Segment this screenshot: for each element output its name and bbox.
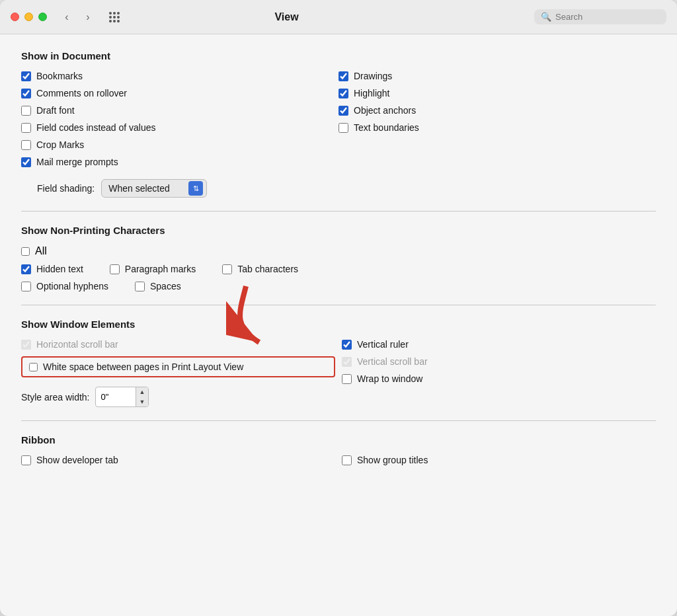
grid-icon[interactable]	[105, 8, 124, 26]
divider-3	[21, 420, 656, 421]
all-chars-label: All	[35, 245, 47, 257]
window-elements-left: Horizontal scroll bar White space betwee…	[21, 339, 335, 407]
wrap-to-window-label: Wrap to window	[357, 373, 422, 384]
highlight-checkbox[interactable]	[338, 89, 348, 98]
wrap-to-window-checkbox[interactable]	[342, 374, 352, 384]
vertical-scroll-label: Vertical scroll bar	[357, 356, 428, 367]
text-boundaries-item[interactable]: Text boundaries	[338, 122, 656, 133]
highlight-item[interactable]: Highlight	[338, 88, 656, 98]
ribbon-section: Ribbon Show developer tab Show group tit…	[21, 434, 656, 465]
style-area-input[interactable]	[96, 390, 136, 404]
vertical-ruler-item[interactable]: Vertical ruler	[342, 339, 656, 350]
hidden-text-label: Hidden text	[36, 264, 83, 274]
tab-characters-checkbox[interactable]	[222, 264, 232, 274]
field-shading-select[interactable]: Always When selected Never	[101, 179, 207, 198]
show-in-document-grid: Bookmarks Comments on rollover Draft fon…	[21, 71, 656, 198]
white-space-label: White space between pages in Print Layou…	[43, 362, 243, 372]
style-area-input-group[interactable]: ▲ ▼	[95, 387, 149, 407]
tab-characters-label: Tab characters	[237, 264, 298, 274]
minimize-button[interactable]	[24, 13, 33, 21]
back-button[interactable]: ‹	[58, 8, 76, 26]
show-in-document-left: Bookmarks Comments on rollover Draft fon…	[21, 71, 338, 198]
developer-tab-checkbox[interactable]	[21, 455, 31, 465]
titlebar: ‹ › View 🔍	[0, 0, 677, 34]
highlight-label: Highlight	[354, 88, 389, 98]
draft-font-item[interactable]: Draft font	[21, 105, 338, 116]
drawings-item[interactable]: Drawings	[338, 71, 656, 81]
divider-1	[21, 211, 656, 212]
field-shading-select-wrapper[interactable]: Always When selected Never ⇅	[101, 179, 207, 198]
show-in-document-title: Show in Document	[21, 50, 656, 61]
drawings-checkbox[interactable]	[338, 71, 348, 81]
search-box[interactable]: 🔍	[534, 9, 666, 24]
style-area-decrement[interactable]: ▼	[136, 397, 149, 407]
drawings-label: Drawings	[354, 71, 392, 81]
mail-merge-item[interactable]: Mail merge prompts	[21, 157, 338, 167]
field-codes-checkbox[interactable]	[21, 123, 31, 133]
white-space-checkbox[interactable]	[29, 363, 38, 371]
window-elements-grid: Horizontal scroll bar White space betwee…	[21, 339, 656, 407]
paragraph-marks-label: Paragraph marks	[125, 264, 196, 274]
field-shading-label: Field shading:	[37, 183, 95, 194]
paragraph-marks-checkbox[interactable]	[110, 264, 120, 274]
all-checkbox-row[interactable]: All	[21, 245, 656, 257]
spaces-label: Spaces	[150, 281, 181, 291]
developer-tab-label: Show developer tab	[36, 455, 118, 465]
hidden-text-checkbox[interactable]	[21, 264, 31, 274]
window-elements-title: Show Window Elements	[21, 319, 656, 330]
non-printing-row1: Hidden text Paragraph marks Tab characte…	[21, 264, 656, 274]
tab-characters-item[interactable]: Tab characters	[222, 264, 298, 274]
object-anchors-checkbox[interactable]	[338, 106, 348, 116]
all-chars-checkbox[interactable]	[21, 247, 30, 256]
preferences-content: Show in Document Bookmarks Comments on r…	[0, 34, 677, 616]
app-grid-icon	[109, 12, 120, 22]
text-boundaries-label: Text boundaries	[354, 122, 419, 133]
group-titles-item[interactable]: Show group titles	[342, 455, 656, 465]
bookmarks-checkbox[interactable]	[21, 71, 31, 81]
paragraph-marks-item[interactable]: Paragraph marks	[110, 264, 196, 274]
optional-hyphens-checkbox[interactable]	[21, 282, 31, 291]
forward-button[interactable]: ›	[79, 8, 97, 26]
non-printing-title: Show Non-Printing Characters	[21, 225, 656, 236]
optional-hyphens-item[interactable]: Optional hyphens	[21, 281, 108, 291]
spaces-item[interactable]: Spaces	[135, 281, 181, 291]
nav-buttons: ‹ ›	[58, 8, 97, 26]
vertical-scroll-item[interactable]: Vertical scroll bar	[342, 356, 656, 367]
window-elements-right: Vertical ruler Vertical scroll bar Wrap …	[342, 339, 656, 407]
window-elements-section: Show Window Elements	[21, 319, 656, 407]
non-printing-section: Show Non-Printing Characters All Hidden …	[21, 225, 656, 291]
field-codes-item[interactable]: Field codes instead of values	[21, 122, 338, 133]
search-icon: 🔍	[541, 12, 551, 22]
preferences-window: ‹ › View 🔍 Show in Document	[0, 0, 677, 616]
group-titles-checkbox[interactable]	[342, 455, 352, 465]
developer-tab-item[interactable]: Show developer tab	[21, 455, 335, 465]
crop-marks-checkbox[interactable]	[21, 140, 31, 150]
style-area-spinner: ▲ ▼	[136, 387, 149, 406]
crop-marks-item[interactable]: Crop Marks	[21, 139, 338, 150]
non-printing-row2: Optional hyphens Spaces	[21, 281, 656, 291]
spaces-checkbox[interactable]	[135, 282, 145, 291]
horizontal-scroll-checkbox[interactable]	[21, 340, 31, 350]
vertical-scroll-checkbox[interactable]	[342, 357, 352, 367]
search-input[interactable]	[555, 12, 660, 22]
text-boundaries-checkbox[interactable]	[338, 123, 348, 133]
optional-hyphens-label: Optional hyphens	[36, 281, 108, 291]
mail-merge-label: Mail merge prompts	[36, 157, 118, 167]
close-button[interactable]	[11, 13, 19, 21]
vertical-ruler-checkbox[interactable]	[342, 340, 352, 350]
wrap-to-window-item[interactable]: Wrap to window	[342, 373, 656, 384]
maximize-button[interactable]	[38, 13, 47, 21]
comments-rollover-item[interactable]: Comments on rollover	[21, 88, 338, 98]
object-anchors-item[interactable]: Object anchors	[338, 105, 656, 116]
draft-font-label: Draft font	[36, 105, 75, 116]
style-area-increment[interactable]: ▲	[136, 387, 149, 397]
divider-2	[21, 305, 656, 305]
comments-rollover-checkbox[interactable]	[21, 89, 31, 98]
horizontal-scroll-item[interactable]: Horizontal scroll bar	[21, 339, 335, 350]
bookmarks-item[interactable]: Bookmarks	[21, 71, 338, 81]
ribbon-grid: Show developer tab Show group titles	[21, 455, 656, 465]
mail-merge-checkbox[interactable]	[21, 157, 31, 167]
draft-font-checkbox[interactable]	[21, 106, 31, 116]
white-space-item[interactable]: White space between pages in Print Layou…	[21, 356, 335, 377]
hidden-text-item[interactable]: Hidden text	[21, 264, 83, 274]
